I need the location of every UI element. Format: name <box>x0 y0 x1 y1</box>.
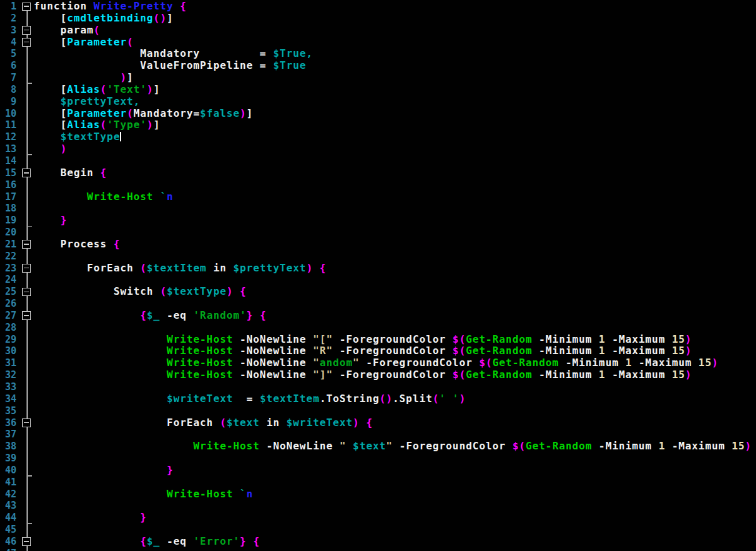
code-text: [Alias('Type')] <box>34 119 160 131</box>
code-line[interactable]: 17 Write-Host `n <box>0 191 756 203</box>
code-line[interactable]: 30 Write-Host -NoNewline "R" -Foreground… <box>0 345 756 357</box>
code-text: Process { <box>34 239 121 251</box>
fold-collapse-icon[interactable] <box>22 537 31 546</box>
code-line[interactable]: 39 <box>0 453 756 465</box>
code-line[interactable]: 38 Write-Host -NoNewLine " $text" -Foreg… <box>0 441 756 453</box>
code-token: ValueFromPipeline = <box>34 59 273 71</box>
code-line[interactable]: 43 <box>0 500 756 512</box>
fold-margin[interactable] <box>16 239 34 251</box>
code-line[interactable]: 10 [Parameter(Mandatory=$false)] <box>0 108 756 120</box>
fold-collapse-icon[interactable] <box>22 26 31 35</box>
code-line[interactable]: 33 <box>0 381 756 393</box>
fold-guide-line <box>27 203 28 215</box>
fold-margin[interactable] <box>16 25 34 37</box>
fold-collapse-icon[interactable] <box>22 288 31 297</box>
fold-margin <box>16 405 34 417</box>
code-token: , <box>306 47 313 59</box>
code-token: andom <box>319 357 353 369</box>
code-token: -NoNewline <box>233 369 312 381</box>
code-line[interactable]: 9 $prettyText, <box>0 96 756 108</box>
fold-margin[interactable] <box>16 37 34 49</box>
code-line[interactable]: 41 <box>0 477 756 489</box>
code-line[interactable]: 45 <box>0 524 756 536</box>
fold-margin <box>16 155 34 167</box>
code-token: "[" <box>313 333 333 345</box>
code-line[interactable]: 35 <box>0 405 756 417</box>
code-line[interactable]: 26 <box>0 298 756 310</box>
line-number: 46 <box>0 536 16 548</box>
powershell-script-editor[interactable]: 1function Write-Pretty {2 [cmdletbinding… <box>0 0 756 551</box>
fold-collapse-icon[interactable] <box>22 3 31 11</box>
code-line[interactable]: 22 <box>0 251 756 263</box>
code-line[interactable]: 1function Write-Pretty { <box>0 1 756 13</box>
code-line[interactable]: 40 } <box>0 465 756 477</box>
fold-margin <box>16 60 34 72</box>
code-line[interactable]: 20 <box>0 227 756 239</box>
code-line[interactable]: 36 ForEach ($text in $writeText) { <box>0 417 756 429</box>
fold-margin[interactable] <box>16 263 34 275</box>
code-line[interactable]: 32 Write-Host -NoNewline "]" -Foreground… <box>0 369 756 381</box>
code-line[interactable]: 44 } <box>0 512 756 524</box>
fold-margin[interactable] <box>16 417 34 429</box>
minus-icon <box>24 315 29 316</box>
code-line[interactable]: 5 Mandatory = $True, <box>0 48 756 60</box>
fold-collapse-icon[interactable] <box>22 418 31 427</box>
code-line[interactable]: 46 {$_ -eq 'Error'} { <box>0 536 756 548</box>
fold-collapse-icon[interactable] <box>22 311 31 320</box>
fold-guide-line <box>27 48 28 60</box>
code-line[interactable]: 7 )] <box>0 72 756 84</box>
code-token: n <box>247 488 254 500</box>
code-token: Begin <box>34 167 100 179</box>
fold-collapse-icon[interactable] <box>22 169 31 177</box>
fold-margin <box>16 108 34 120</box>
code-line[interactable]: 12 $textType <box>0 131 756 143</box>
code-token: ( <box>127 107 134 119</box>
line-number: 42 <box>0 489 16 501</box>
code-token: ] <box>247 107 254 119</box>
fold-margin[interactable] <box>16 167 34 179</box>
code-line[interactable]: 28 <box>0 322 756 334</box>
code-line[interactable]: 24 <box>0 274 756 286</box>
code-line[interactable]: 11 [Alias('Type')] <box>0 119 756 131</box>
line-number: 21 <box>0 239 16 251</box>
code-line[interactable]: 27 {$_ -eq 'Random'} { <box>0 310 756 322</box>
fold-margin <box>16 72 34 84</box>
fold-collapse-icon[interactable] <box>22 38 31 47</box>
fold-margin[interactable] <box>16 1 34 13</box>
code-line[interactable]: 21 Process { <box>0 239 756 251</box>
code-token: $writeText <box>286 417 353 429</box>
code-line[interactable]: 3 param( <box>0 25 756 37</box>
fold-margin[interactable] <box>16 310 34 322</box>
code-line[interactable]: 29 Write-Host -NoNewline "[" -Foreground… <box>0 334 756 346</box>
code-line[interactable]: 19 } <box>0 215 756 227</box>
fold-margin[interactable] <box>16 286 34 298</box>
code-line[interactable]: 25 Switch ($textType) { <box>0 286 756 298</box>
code-token <box>233 285 240 297</box>
code-line[interactable]: 37 <box>0 429 756 441</box>
code-line[interactable]: 2 [cmdletbinding()] <box>0 13 756 25</box>
fold-margin[interactable] <box>16 536 34 548</box>
code-line[interactable]: 42 Write-Host `n <box>0 489 756 501</box>
code-line[interactable]: 18 <box>0 203 756 215</box>
code-line[interactable]: 31 Write-Host -NoNewline "andom" -Foregr… <box>0 357 756 369</box>
code-line[interactable]: 8 [Alias('Text')] <box>0 84 756 96</box>
fold-margin <box>16 524 34 536</box>
code-line[interactable]: 15 Begin { <box>0 167 756 179</box>
code-line[interactable]: 34 $writeText = $textItem.ToString().Spl… <box>0 393 756 405</box>
fold-collapse-icon[interactable] <box>22 240 31 249</box>
code-token: -Maximum <box>605 369 671 381</box>
code-line[interactable]: 16 <box>0 179 756 191</box>
code-line[interactable]: 6 ValueFromPipeline = $True <box>0 60 756 72</box>
code-token: "R" <box>313 345 333 357</box>
code-line[interactable]: 14 <box>0 155 756 167</box>
code-line[interactable]: 13 ) <box>0 143 756 155</box>
fold-guide-line <box>27 405 28 417</box>
code-token: Get-Random <box>466 333 532 345</box>
code-token: -Maximum <box>605 333 671 345</box>
line-number: 41 <box>0 477 16 489</box>
code-token: ) <box>685 333 692 345</box>
code-line[interactable]: 47 <box>0 548 756 551</box>
code-line[interactable]: 4 [Parameter( <box>0 37 756 49</box>
fold-collapse-icon[interactable] <box>22 264 31 273</box>
code-line[interactable]: 23 ForEach ($textItem in $prettyText) { <box>0 263 756 275</box>
